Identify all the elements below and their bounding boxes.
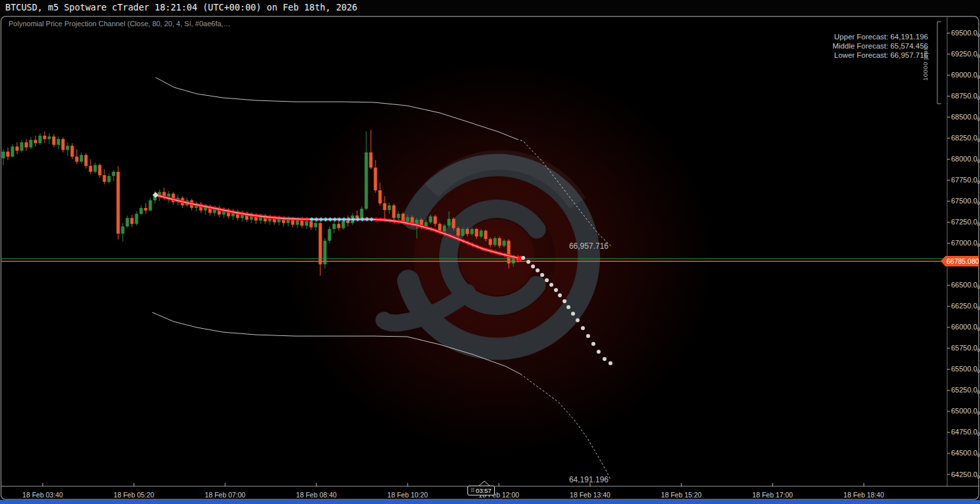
svg-text:67250.000: 67250.000: [951, 218, 980, 227]
svg-text:69250.000: 69250.000: [951, 50, 980, 59]
upper-forecast-endpoint-label: 64,191.196: [561, 475, 608, 484]
svg-text:18 Feb 18:40: 18 Feb 18:40: [843, 491, 884, 499]
lower-forecast-endpoint-label: 66,957.716: [561, 242, 608, 251]
svg-text:18 Feb 07:00: 18 Feb 07:00: [205, 491, 245, 499]
svg-text:18 Feb 17:00: 18 Feb 17:00: [752, 491, 793, 499]
svg-text:18 Feb 08:40: 18 Feb 08:40: [296, 491, 337, 499]
svg-text:18 Feb 13:40: 18 Feb 13:40: [570, 491, 610, 499]
ctrader-window: 69500.00069250.00069000.00068750.0006850…: [0, 0, 980, 504]
chart-canvas[interactable]: 69500.00069250.00069000.00068750.0006850…: [0, 0, 980, 504]
svg-text:69000.000: 69000.000: [951, 71, 980, 80]
window-title: BTCUSD, m5 Spotware cTrader 18:21:04 (UT…: [0, 0, 980, 14]
svg-text:66250.000: 66250.000: [951, 302, 980, 311]
svg-text:68000.000: 68000.000: [951, 155, 980, 164]
svg-text:64250.000: 64250.000: [951, 471, 980, 480]
svg-text:68500.000: 68500.000: [951, 113, 980, 122]
svg-text:66000.000: 66000.000: [951, 323, 980, 332]
svg-text:64500.000: 64500.000: [951, 449, 980, 458]
pips-ruler-bracket: [937, 22, 941, 104]
timer-text: 03:57: [476, 486, 492, 495]
svg-text:18 Feb 05:20: 18 Feb 05:20: [114, 491, 154, 499]
svg-text:67750.000: 67750.000: [951, 176, 980, 185]
svg-text:65750.000: 65750.000: [951, 344, 980, 353]
drag-handle-icon: ⠿: [471, 486, 475, 495]
svg-text:68750.000: 68750.000: [951, 92, 980, 101]
svg-text:18 Feb 15:20: 18 Feb 15:20: [661, 491, 702, 499]
svg-text:64750.000: 64750.000: [951, 428, 980, 437]
indicator-label[interactable]: Polynomial Price Projection Channel (Clo…: [9, 20, 230, 28]
svg-text:66500.000: 66500.000: [951, 281, 980, 290]
svg-text:69500.000: 69500.000: [951, 29, 980, 38]
svg-text:68250.000: 68250.000: [951, 134, 980, 143]
current-price-badge: 66785.080: [941, 256, 979, 266]
bottom-accent-bar: [0, 500, 980, 504]
time-axis[interactable]: 18 Feb 03:4018 Feb 05:2018 Feb 07:0018 F…: [22, 483, 884, 499]
svg-text:65500.000: 65500.000: [951, 365, 980, 374]
lower-forecast-label: Lower Forecast: 66,957.716: [832, 51, 928, 60]
svg-text:18 Feb 03:40: 18 Feb 03:40: [22, 491, 63, 499]
svg-text:65250.000: 65250.000: [951, 386, 980, 395]
upper-forecast-label: Upper Forecast: 64,191.196: [832, 33, 928, 42]
svg-text:67000.000: 67000.000: [951, 239, 980, 248]
svg-text:18 Feb 10:20: 18 Feb 10:20: [387, 491, 428, 499]
ctrader-watermark: [282, 60, 715, 454]
price-axis[interactable]: 69500.00069250.00069000.00068750.0006850…: [947, 29, 980, 480]
bar-countdown-timer[interactable]: ⠿ 03:57: [467, 486, 495, 495]
forecast-panel: Upper Forecast: 64,191.196 Middle Foreca…: [832, 33, 928, 60]
pips-ruler-label: 10000 pips: [922, 25, 932, 102]
svg-text:65000.000: 65000.000: [951, 407, 980, 416]
middle-forecast-label: Middle Forecast: 65,574.456: [832, 42, 928, 51]
svg-text:67500.000: 67500.000: [951, 197, 980, 206]
